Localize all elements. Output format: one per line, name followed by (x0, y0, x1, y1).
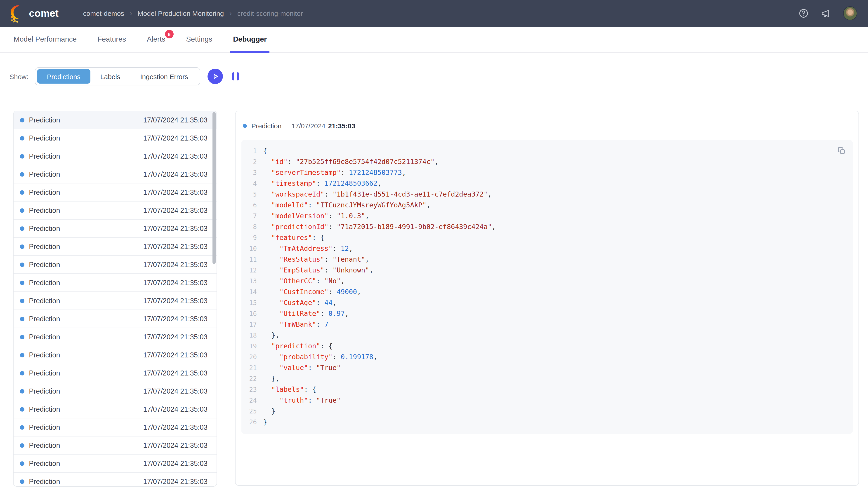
code-line: 21 "value": "True" (241, 362, 852, 373)
code-text: "TmAtAddress": 12, (263, 243, 353, 254)
code-text: "serverTimestamp": 1721248503773, (263, 167, 406, 178)
code-line: 1{ (241, 145, 852, 156)
prediction-timestamp: 17/07/2024 21:35:03 (143, 333, 208, 341)
code-line: 26} (241, 417, 852, 427)
code-text: "probability": 0.199178, (263, 352, 377, 362)
prediction-list-item[interactable]: Prediction 17/07/2024 21:35:03 (13, 328, 217, 346)
code-text: "value": "True" (263, 362, 341, 373)
prediction-list-item[interactable]: Prediction 17/07/2024 21:35:03 (13, 364, 217, 382)
code-text: "workspaceId": "1b1f431e-d551-4cd3-ae11-… (263, 189, 492, 200)
prediction-label: Prediction (29, 333, 60, 341)
prediction-label: Prediction (29, 315, 60, 323)
prediction-list-item[interactable]: Prediction 17/07/2024 21:35:03 (13, 129, 217, 147)
prediction-timestamp: 17/07/2024 21:35:03 (143, 188, 208, 196)
comet-logo[interactable]: comet (9, 4, 59, 22)
prediction-list-item[interactable]: Prediction 17/07/2024 21:35:03 (13, 165, 217, 184)
line-number: 23 (241, 384, 263, 395)
code-text: "modelId": "ITCuzncJYMsreyWGfYoAg5AkP", (263, 200, 431, 210)
detail-type-label: Prediction (251, 122, 281, 129)
code-line: 3 "serverTimestamp": 1721248503773, (241, 167, 852, 178)
list-scrollbar[interactable] (213, 112, 216, 264)
prediction-timestamp: 17/07/2024 21:35:03 (143, 459, 208, 467)
line-number: 24 (241, 395, 263, 406)
tab-settings[interactable]: Settings (183, 27, 215, 52)
prediction-timestamp: 17/07/2024 21:35:03 (143, 242, 208, 251)
copy-icon[interactable] (836, 145, 846, 156)
prediction-list-item[interactable]: Prediction 17/07/2024 21:35:03 (13, 473, 217, 487)
prediction-list-item[interactable]: Prediction 17/07/2024 21:35:03 (13, 238, 217, 256)
prediction-timestamp: 17/07/2024 21:35:03 (143, 387, 208, 395)
show-option-labels[interactable]: Labels (90, 69, 130, 84)
prediction-label: Prediction (29, 224, 60, 232)
prediction-timestamp: 17/07/2024 21:35:03 (143, 315, 208, 323)
prediction-list-item[interactable]: Prediction 17/07/2024 21:35:03 (13, 220, 217, 238)
detail-time: 21:35:03 (328, 122, 355, 129)
prediction-dot-icon (20, 335, 24, 339)
top-navbar: comet comet-demos › Model Production Mon… (0, 0, 868, 27)
prediction-list-item[interactable]: Prediction 17/07/2024 21:35:03 (13, 455, 217, 473)
line-number: 11 (241, 254, 263, 265)
prediction-list-item[interactable]: Prediction 17/07/2024 21:35:03 (13, 400, 217, 418)
prediction-list-item[interactable]: Prediction 17/07/2024 21:35:03 (13, 256, 217, 274)
breadcrumb: comet-demos › Model Production Monitorin… (83, 9, 303, 17)
prediction-list-item[interactable]: Prediction 17/07/2024 21:35:03 (13, 184, 217, 201)
line-number: 1 (241, 145, 263, 156)
pause-button[interactable] (230, 70, 241, 82)
code-line: 17 "TmWBank": 7 (241, 319, 852, 330)
show-option-ingestion-errors[interactable]: Ingestion Errors (130, 69, 198, 84)
prediction-label: Prediction (29, 477, 60, 486)
prediction-list-item[interactable]: Prediction 17/07/2024 21:35:03 (13, 147, 217, 165)
show-option-predictions[interactable]: Predictions (37, 69, 90, 84)
prediction-dot-icon (243, 124, 247, 128)
user-avatar[interactable] (843, 6, 857, 20)
code-line: 11 "ResStatus": "Tenant", (241, 254, 852, 265)
json-code-viewer: 1{2 "id": "27b525ff69e8e5754f42d07c52113… (241, 140, 852, 434)
prediction-label: Prediction (29, 242, 60, 251)
prediction-dot-icon (20, 226, 24, 231)
prediction-dot-icon (20, 154, 24, 158)
prediction-list-item[interactable]: Prediction 17/07/2024 21:35:03 (13, 274, 217, 292)
line-number: 15 (241, 297, 263, 308)
prediction-list-item[interactable]: Prediction 17/07/2024 21:35:03 (13, 111, 217, 129)
tab-debugger[interactable]: Debugger (230, 27, 270, 52)
prediction-list-item[interactable]: Prediction 17/07/2024 21:35:03 (13, 201, 217, 220)
prediction-label: Prediction (29, 170, 60, 178)
play-button[interactable] (208, 69, 223, 84)
prediction-list-item[interactable]: Prediction 17/07/2024 21:35:03 (13, 310, 217, 328)
tab-model-performance[interactable]: Model Performance (11, 27, 79, 52)
prediction-timestamp: 17/07/2024 21:35:03 (143, 369, 208, 377)
code-line: 6 "modelId": "ITCuzncJYMsreyWGfYoAg5AkP"… (241, 200, 852, 210)
prediction-dot-icon (20, 190, 24, 195)
code-line: 23 "labels": { (241, 384, 852, 395)
prediction-list-item[interactable]: Prediction 17/07/2024 21:35:03 (13, 436, 217, 455)
prediction-dot-icon (20, 262, 24, 267)
prediction-timestamp: 17/07/2024 21:35:03 (143, 116, 208, 124)
code-line: 24 "truth": "True" (241, 395, 852, 406)
code-text: }, (263, 373, 279, 384)
prediction-list-item[interactable]: Prediction 17/07/2024 21:35:03 (13, 418, 217, 436)
prediction-list-item[interactable]: Prediction 17/07/2024 21:35:03 (13, 382, 217, 400)
code-text: "features": { (263, 232, 324, 243)
prediction-dot-icon (20, 443, 24, 448)
code-text: "CustAge": 44, (263, 297, 337, 308)
line-number: 5 (241, 189, 263, 200)
line-number: 6 (241, 200, 263, 210)
prediction-timestamp: 17/07/2024 21:35:03 (143, 441, 208, 449)
help-icon[interactable] (798, 8, 809, 19)
prediction-label: Prediction (29, 260, 60, 269)
breadcrumb-project[interactable]: Model Production Monitoring (138, 9, 224, 17)
line-number: 13 (241, 275, 263, 287)
prediction-timestamp: 17/07/2024 21:35:03 (143, 224, 208, 232)
play-icon (211, 72, 220, 81)
code-line: 15 "CustAge": 44, (241, 297, 852, 308)
code-text: "CustIncome": 49000, (263, 287, 361, 297)
prediction-list-item[interactable]: Prediction 17/07/2024 21:35:03 (13, 346, 217, 364)
prediction-list-item[interactable]: Prediction 17/07/2024 21:35:03 (13, 292, 217, 310)
tab-alerts[interactable]: Alerts 6 (144, 27, 168, 52)
prediction-dot-icon (20, 136, 24, 140)
tab-features[interactable]: Features (95, 27, 129, 52)
code-line: 2 "id": "27b525ff69e8e5754f42d07c5211374… (241, 156, 852, 167)
code-line: 14 "CustIncome": 49000, (241, 287, 852, 297)
megaphone-icon[interactable] (820, 8, 831, 19)
breadcrumb-workspace[interactable]: comet-demos (83, 9, 124, 17)
